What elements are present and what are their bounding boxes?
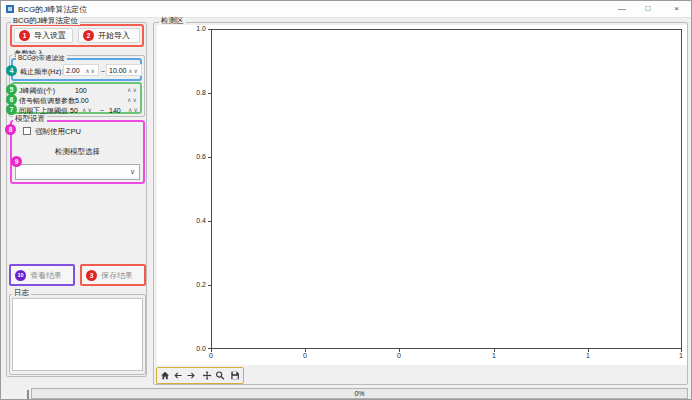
cutoff-low-value[interactable]: 2.00 — [66, 67, 80, 74]
spinner-arrows-icon[interactable]: ∧∨ — [85, 67, 96, 74]
statusbar-grip — [27, 390, 29, 400]
model-combobox[interactable]: ∨ — [15, 164, 140, 180]
view-results-button[interactable]: 10 查看结果 — [9, 264, 75, 286]
x-tick-label: 0 — [295, 352, 315, 360]
spinner-arrows-icon[interactable]: ∧∨ — [128, 106, 139, 115]
save-results-label: 保存结果 — [101, 270, 133, 281]
cutoff-range-separator: ~ — [101, 67, 105, 76]
annotation-circle-9: 9 — [11, 156, 22, 167]
progress-text: 0% — [354, 390, 364, 397]
spinner-arrows-icon[interactable]: ∧∨ — [127, 96, 138, 105]
y-tick-mark — [208, 29, 211, 30]
annotation-circle-10: 10 — [15, 270, 26, 281]
y-tick-mark — [208, 93, 211, 94]
x-tick-label: 1 — [578, 352, 598, 360]
y-tick-label: 0.2 — [188, 281, 206, 289]
combobox-arrow-icon[interactable]: ∨ — [130, 168, 135, 176]
peak-threshold-value[interactable]: 100 — [75, 86, 87, 95]
progress-bar: 0% — [31, 388, 688, 399]
annotation-circle-1: 1 — [19, 30, 30, 41]
start-import-button[interactable]: 2 开始导入 — [78, 28, 140, 43]
spinner-arrows-icon[interactable]: ∧∨ — [128, 67, 139, 74]
cutoff-low-spinbox[interactable]: 2.00 ∧∨ — [63, 64, 99, 76]
titlebar: BCG的J峰算法定位 — □ × — [1, 1, 691, 18]
interval-low-value[interactable]: 50 — [70, 106, 78, 115]
save-results-button[interactable]: 3 保存结果 — [80, 264, 146, 286]
model-group-label: 模型设置 — [13, 115, 47, 123]
interval-range-separator: ~ — [100, 106, 104, 115]
cutoff-high-spinbox[interactable]: 10.00 ∧∨ — [106, 64, 142, 76]
plot-toolbar — [156, 367, 244, 384]
y-tick-mark — [208, 348, 211, 349]
cutoff-high-value[interactable]: 10.00 — [109, 67, 127, 74]
spinner-arrows-icon[interactable]: ∧∨ — [82, 106, 93, 115]
annotation-circle-2: 2 — [83, 30, 94, 41]
annotation-circle-7: 7 — [6, 104, 17, 115]
peak-threshold-label: J峰阈值(个) — [19, 86, 55, 95]
plot-axes — [211, 29, 682, 349]
force-cpu-label: 强制使用CPU — [35, 127, 81, 136]
interval-high-value[interactable]: 140 — [109, 106, 121, 115]
zoom-icon[interactable] — [215, 370, 225, 381]
y-tick-label: 0.6 — [188, 153, 206, 161]
y-tick-label: 0.4 — [188, 217, 206, 225]
back-icon[interactable] — [173, 370, 183, 381]
annotation-circle-8: 8 — [5, 124, 16, 135]
minimize-button[interactable]: — — [609, 1, 635, 17]
x-tick-label: 0 — [389, 352, 409, 360]
bandpass-group-label: BCG的带通滤波 — [16, 54, 67, 62]
model-select-label: 检测模型选择 — [10, 147, 145, 156]
close-button[interactable]: × — [661, 1, 692, 17]
forward-icon[interactable] — [186, 370, 196, 381]
y-tick-mark — [208, 285, 211, 286]
amplitude-label: 信号幅值调整参数 — [19, 96, 75, 105]
log-group-label: 日志 — [12, 289, 31, 297]
home-icon[interactable] — [160, 370, 170, 381]
cutoff-label: 截止频率(Hz): — [20, 67, 63, 76]
maximize-button[interactable]: □ — [635, 1, 661, 17]
import-settings-button[interactable]: 1 导入设置 — [14, 28, 73, 43]
view-results-label: 查看结果 — [30, 270, 62, 281]
y-tick-label: 0.8 — [188, 89, 206, 97]
x-tick-label: 1 — [484, 352, 504, 360]
x-tick-label: 0 — [201, 352, 221, 360]
left-panel-group-label: BCG的J峰算法定位 — [11, 17, 80, 25]
y-tick-label: 1.0 — [188, 25, 206, 33]
annotation-circle-4: 4 — [6, 65, 17, 76]
force-cpu-checkbox[interactable] — [23, 127, 31, 135]
spinner-arrows-icon[interactable]: ∧∨ — [127, 86, 138, 95]
annotation-circle-3: 3 — [86, 270, 97, 281]
window-title: BCG的J峰算法定位 — [18, 4, 87, 15]
save-icon[interactable] — [230, 370, 240, 381]
start-import-label: 开始导入 — [98, 30, 130, 41]
x-tick-label: 1 — [671, 352, 691, 360]
app-window: BCG的J峰算法定位 — □ × BCG的J峰算法定位 1 导入设置 2 开始导… — [0, 0, 692, 400]
y-tick-mark — [208, 221, 211, 222]
app-icon — [6, 5, 14, 13]
log-textarea[interactable] — [12, 298, 143, 371]
import-settings-label: 导入设置 — [34, 30, 66, 41]
amplitude-value[interactable]: 5.00 — [75, 96, 89, 105]
pan-icon[interactable] — [202, 370, 212, 381]
y-tick-mark — [208, 157, 211, 158]
plot-group-label: 检测区 — [159, 17, 186, 25]
